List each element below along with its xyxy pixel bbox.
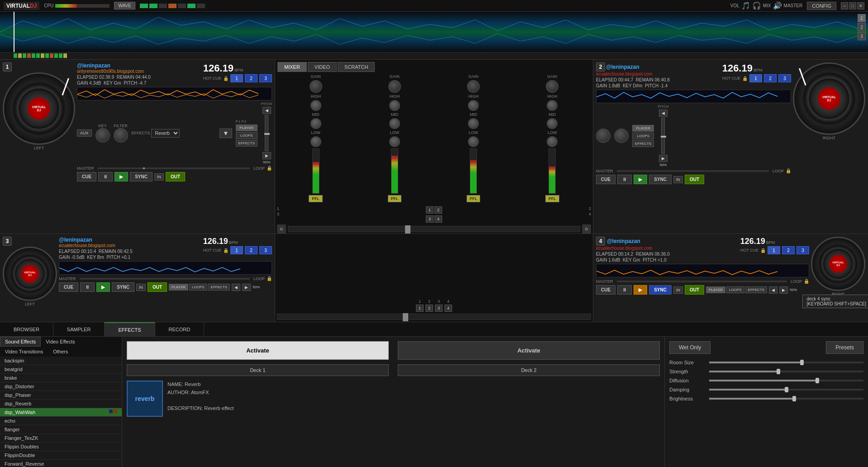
param-slider-diffusion[interactable] [709,380,863,381]
hot-cue-4-btn-3[interactable]: 3 [796,246,809,254]
gain-knob-1[interactable] [310,80,322,93]
low-knob-4[interactable] [547,136,558,147]
deck-4-pitch-right[interactable]: ▶ [779,286,788,294]
deck-3-pitch-right[interactable]: ▶ [242,284,251,291]
hot-cue-3-btn-1[interactable]: 1 [230,246,243,254]
effect-dsp-reverb[interactable]: dsp_Reverb [0,400,122,408]
effect-forward-reverse[interactable]: Forward_Reverse [0,460,122,467]
deck-1-pitch-down[interactable]: ▶ [262,152,271,159]
deck-1-pitch-slider[interactable] [265,115,268,151]
close-button[interactable]: ✕ [857,2,864,10]
waveform-canvas[interactable] [0,12,868,52]
effect-dsp-distorter[interactable]: dsp_Distorter [0,382,122,391]
turntable-disc-3[interactable]: VIRTUALDJ [3,247,57,301]
deck-1-sync-btn[interactable]: SYNC [130,172,153,181]
param-slider-brightness[interactable] [709,398,863,400]
xf-4[interactable]: 4 [444,305,452,312]
deck-1-player-btn[interactable]: PLAYER [236,124,258,131]
fader-2[interactable] [391,148,398,194]
cf-row1-1[interactable]: 1 [426,206,434,214]
effect-beatgrid[interactable]: beatgrid [0,365,122,374]
hot-cue-2-btn-3[interactable]: 3 [778,74,791,82]
deck-1-effects-select[interactable]: Reverb [151,129,180,138]
deck-1-cue-btn[interactable]: CUE [77,172,96,181]
low-knob-2[interactable] [389,136,400,147]
xf-2[interactable]: 2 [425,305,433,312]
gain-knob-4[interactable] [546,80,558,93]
effect-flippin-doubles[interactable]: Flippin Doubles [0,443,122,451]
deck-4-waveform[interactable] [596,264,809,277]
mixer-tab-mixer[interactable]: MIXER [277,62,307,72]
wave-button[interactable]: WAVE [114,2,135,10]
browser-tab[interactable]: BROWSER [0,322,53,336]
page-1[interactable]: 1 [858,14,866,22]
record-tab[interactable]: RECORD [155,322,205,336]
mixer-tab-video[interactable]: VIDEO [308,62,337,72]
deck-1-play-btn[interactable]: ▶ [114,172,128,181]
pfl-btn-3[interactable]: PFL [467,195,481,202]
hot-cue-1-btn-1[interactable]: 1 [230,74,243,82]
deck-3-effects-btn[interactable]: EFFECTS [208,284,230,291]
hot-cue-1-btn-2[interactable]: 2 [245,74,258,82]
deck-1-pitch-up[interactable]: ◀ [262,107,271,114]
mid-knob-2[interactable] [389,118,400,129]
effect-dsp-phaser[interactable]: dsp_Phaser [0,391,122,400]
turntable-disc-4[interactable]: VIRTUALDJ [811,237,865,291]
cf-row2-3[interactable]: 3 [426,215,434,223]
param-slider-damping[interactable] [709,389,863,391]
deck-3-pitch-left[interactable]: ◀ [232,284,240,291]
deck-2-pitch-left[interactable]: ◀ [659,110,668,117]
effect-dsp-wahwah[interactable]: dsp_WahWah [0,408,122,417]
deck-2-effects-btn[interactable]: EFFECTS [632,140,654,147]
deck-2-sync-btn[interactable]: SYNC [649,175,672,184]
deck-2-in-btn[interactable]: IN [673,176,683,183]
deck-2-filter-knob[interactable] [614,129,629,143]
fader-3[interactable] [470,148,477,194]
crossfader-track[interactable] [288,226,580,232]
deck-1-waveform[interactable] [77,87,272,100]
hot-cue-4-btn-2[interactable]: 2 [782,246,795,254]
mixer-tab-scratch[interactable]: SCRATCH [338,62,375,72]
deck-assign-1[interactable]: Deck 1 [127,364,389,376]
page-2[interactable]: 2 [858,23,866,31]
deck-3-in-btn[interactable]: IN [136,284,146,291]
deck-1-filter-knob[interactable] [114,128,128,143]
deck-2-pause-btn[interactable]: ⏸ [617,175,632,184]
deck-2-pitch-right[interactable]: ▶ [659,155,668,162]
effect-flanger-texzk[interactable]: Flanger_TexZK [0,434,122,443]
high-knob-1[interactable] [310,100,321,111]
deck-4-effects-btn[interactable]: EFFECTS [745,286,767,293]
deck-3-pause-btn[interactable]: ⏸ [80,282,95,292]
deck-assign-2[interactable]: Deck 2 [398,364,660,376]
crossfader-2[interactable] [277,314,591,320]
deck-4-out-btn[interactable]: OUT [685,285,704,295]
high-knob-3[interactable] [468,100,479,111]
page-3[interactable]: 3 [858,32,866,40]
deck-4-pause-btn[interactable]: ⏸ [617,285,632,295]
hot-cue-2-btn-1[interactable]: 1 [749,74,762,82]
effect-flippindouble[interactable]: FlippinDouble [0,451,122,460]
param-slider-room-size[interactable] [709,362,863,363]
deck-4-cue-btn[interactable]: CUE [596,285,615,295]
deck-2-loops-btn[interactable]: LOOPS [632,133,654,139]
deck-3-player-btn[interactable]: PLAYER [169,284,188,291]
cf-row1-2[interactable]: 2 [434,206,442,214]
deck-1-loops-btn[interactable]: LOOPS [236,132,258,139]
deck-2-out-btn[interactable]: OUT [685,175,704,184]
mid-knob-3[interactable] [468,118,479,129]
activate-btn-1[interactable]: Activate [127,341,389,360]
deck-4-play-btn[interactable]: ▶ [634,285,647,295]
deck-3-waveform[interactable] [59,261,272,275]
video-transitions-tab[interactable]: Video Transitions [0,347,48,357]
activate-btn-2[interactable]: Activate [398,341,660,360]
deck-3-loops-btn[interactable]: LOOPS [189,284,207,291]
mid-knob-4[interactable] [547,118,558,129]
hot-cue-2-btn-2[interactable]: 2 [764,74,777,82]
pfl-btn-1[interactable]: PFL [309,195,323,202]
wet-only-button[interactable]: Wet Only [669,341,711,354]
hot-cue-3-btn-2[interactable]: 2 [245,246,258,254]
hot-cue-3-btn-3[interactable]: 3 [259,246,272,254]
effect-echo[interactable]: echo [0,417,122,425]
hot-cue-4-btn-1[interactable]: 1 [768,246,780,254]
sound-effects-tab[interactable]: Sound Effects [0,337,41,347]
